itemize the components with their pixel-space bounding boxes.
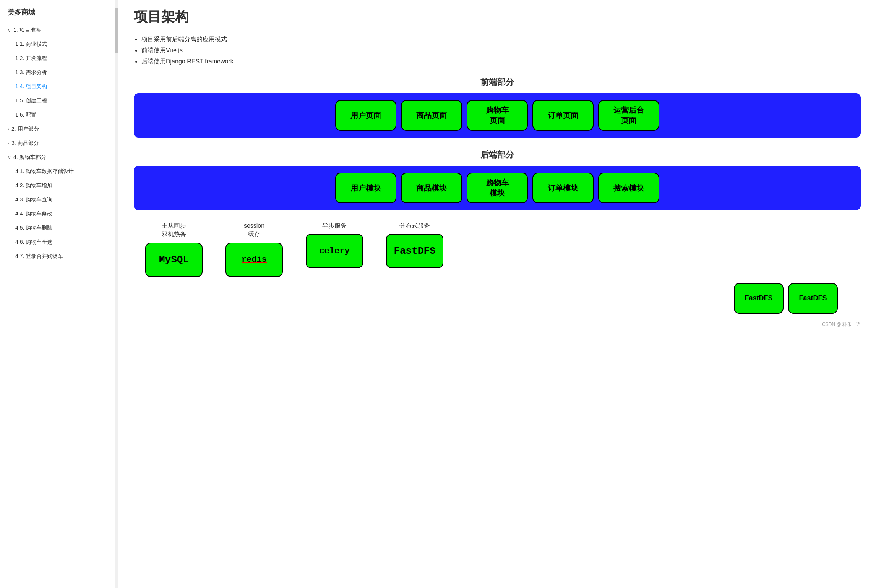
sidebar-item-1-4[interactable]: 1.4. 项目架构 xyxy=(0,79,118,94)
sidebar-item-section4[interactable]: ∨ 4. 购物车部分 xyxy=(0,150,118,164)
sidebar-item-1-1[interactable]: 1.1. 商业模式 xyxy=(0,37,118,51)
sidebar-item-section3[interactable]: › 3. 商品部分 xyxy=(0,136,118,150)
service-redis: session 缓存 redis xyxy=(225,222,283,277)
frontend-card-1: 商品页面 xyxy=(401,100,462,131)
sidebar: 美多商城 ∨ 1. 项目准备 1.1. 商业模式 1.2. 开发流程 1.3. … xyxy=(0,0,118,588)
service-celery-card: celery xyxy=(306,234,363,268)
service-mysql: 主从同步 双机热备 MySQL xyxy=(145,222,203,277)
service-fastdfs: 分布式服务 FastDFS xyxy=(386,222,443,277)
frontend-section: 前端部分 用户页面 商品页面 购物车 页面 订单页面 运营后台 页面 xyxy=(134,76,861,138)
backend-card-3: 订单模块 xyxy=(532,173,594,203)
sidebar-item-4-5[interactable]: 4.5. 购物车删除 xyxy=(0,221,118,235)
scrollbar[interactable] xyxy=(115,0,118,588)
bullet-1: 项目采用前后端分离的应用模式 xyxy=(141,36,861,44)
sidebar-item-1-6[interactable]: 1.6. 配置 xyxy=(0,108,118,122)
sidebar-item-4-2[interactable]: 4.2. 购物车增加 xyxy=(0,178,118,193)
sidebar-item-4-1[interactable]: 4.1. 购物车数据存储设计 xyxy=(0,164,118,178)
chevron-icon-3: › xyxy=(8,140,9,147)
sidebar-item-4-3[interactable]: 4.3. 购物车查询 xyxy=(0,193,118,207)
sidebar-item-4-4[interactable]: 4.4. 购物车修改 xyxy=(0,207,118,221)
scrollbar-thumb xyxy=(115,8,118,53)
fastdfs-bottom-row: FastDFS FastDFS xyxy=(134,283,861,314)
chevron-icon-2: › xyxy=(8,126,9,133)
bullet-2: 前端使用Vue.js xyxy=(141,47,861,55)
backend-section: 后端部分 用户模块 商品模块 购物车 模块 订单模块 搜索模块 xyxy=(134,149,861,210)
backend-card-2: 购物车 模块 xyxy=(467,173,528,203)
sidebar-item-4-6[interactable]: 4.6. 购物车全选 xyxy=(0,235,118,249)
service-mysql-label: 主从同步 双机热备 xyxy=(162,222,186,239)
service-celery: 异步服务 celery xyxy=(306,222,363,277)
service-fastdfs-card: FastDFS xyxy=(386,234,443,268)
frontend-card-3: 订单页面 xyxy=(532,100,594,131)
services-row: 主从同步 双机热备 MySQL session 缓存 redis 异步服务 ce… xyxy=(134,222,861,277)
sidebar-item-1-5[interactable]: 1.5. 创建工程 xyxy=(0,94,118,108)
sidebar-item-section1[interactable]: ∨ 1. 项目准备 xyxy=(0,23,118,37)
watermark: CSDN @ 科乐一语 xyxy=(134,321,861,328)
service-redis-card: redis xyxy=(225,243,283,277)
fastdfs-card-1: FastDFS xyxy=(734,283,784,314)
backend-card-0: 用户模块 xyxy=(335,173,396,203)
sidebar-item-1-2[interactable]: 1.2. 开发流程 xyxy=(0,51,118,65)
frontend-card-4: 运营后台 页面 xyxy=(598,100,659,131)
backend-card-4: 搜索模块 xyxy=(598,173,659,203)
backend-card-1: 商品模块 xyxy=(401,173,462,203)
frontend-card-2: 购物车 页面 xyxy=(467,100,528,131)
frontend-box: 用户页面 商品页面 购物车 页面 订单页面 运营后台 页面 xyxy=(134,93,861,138)
backend-title: 后端部分 xyxy=(134,149,861,160)
chevron-icon-4: ∨ xyxy=(8,154,11,161)
chevron-icon: ∨ xyxy=(8,27,11,34)
service-celery-label: 异步服务 xyxy=(322,222,347,230)
service-redis-label: session 缓存 xyxy=(244,222,264,239)
service-fastdfs-label: 分布式服务 xyxy=(399,222,430,230)
main-content: 项目架构 项目采用前后端分离的应用模式 前端使用Vue.js 后端使用Djang… xyxy=(118,0,876,588)
intro-list: 项目采用前后端分离的应用模式 前端使用Vue.js 后端使用Django RES… xyxy=(134,36,861,66)
backend-box: 用户模块 商品模块 购物车 模块 订单模块 搜索模块 xyxy=(134,166,861,210)
service-mysql-card: MySQL xyxy=(145,243,203,277)
sidebar-item-4-7[interactable]: 4.7. 登录合并购物车 xyxy=(0,249,118,263)
frontend-card-0: 用户页面 xyxy=(335,100,396,131)
sidebar-item-section2[interactable]: › 2. 用户部分 xyxy=(0,122,118,136)
fastdfs-card-2: FastDFS xyxy=(788,283,838,314)
frontend-title: 前端部分 xyxy=(134,76,861,88)
sidebar-item-1-3[interactable]: 1.3. 需求分析 xyxy=(0,65,118,79)
page-title: 项目架构 xyxy=(134,8,861,26)
sidebar-title: 美多商城 xyxy=(0,4,118,23)
bullet-3: 后端使用Django REST framework xyxy=(141,58,861,66)
